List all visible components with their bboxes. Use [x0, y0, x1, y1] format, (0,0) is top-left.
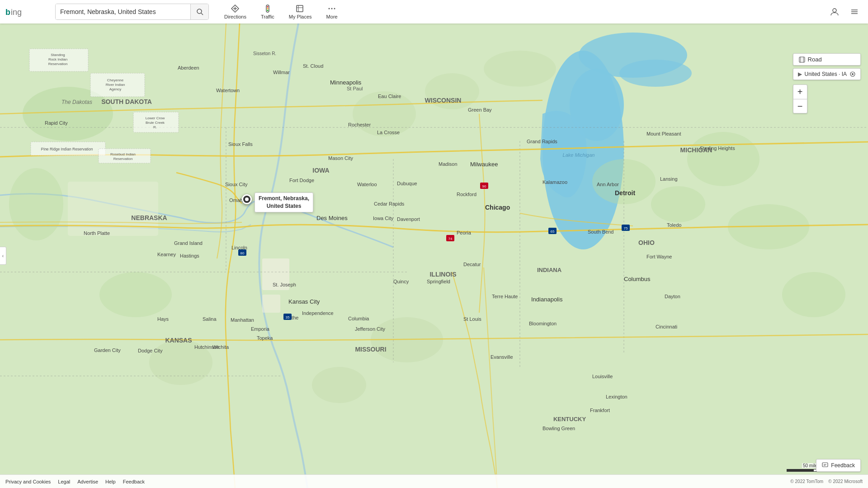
feedback-label: Feedback: [831, 462, 855, 469]
menu-button[interactable]: [846, 4, 863, 20]
svg-text:ILLINOIS: ILLINOIS: [429, 271, 456, 278]
svg-text:Sisseton R.: Sisseton R.: [253, 51, 276, 56]
svg-point-34: [687, 132, 760, 186]
svg-text:Dodge City: Dodge City: [138, 348, 163, 353]
svg-text:Ann Arbor: Ann Arbor: [597, 182, 619, 187]
svg-point-170: [852, 73, 854, 75]
directions-icon: [231, 4, 240, 13]
svg-text:Peoria: Peoria: [457, 230, 472, 235]
traffic-icon: [263, 4, 272, 13]
svg-text:Standing: Standing: [51, 53, 65, 57]
svg-text:Kearney: Kearney: [157, 252, 176, 257]
sidebar-toggle[interactable]: ‹: [0, 247, 6, 265]
feedback-button[interactable]: Feedback: [816, 459, 861, 472]
svg-point-31: [484, 51, 556, 87]
svg-text:Lansing: Lansing: [660, 176, 678, 182]
svg-text:Louisville: Louisville: [592, 374, 613, 379]
nav-label-directions: Directions: [224, 14, 246, 19]
svg-line-3: [201, 13, 203, 15]
svg-text:Bowling Green: Bowling Green: [542, 426, 575, 431]
svg-text:Watertown: Watertown: [216, 88, 240, 93]
search-button[interactable]: [190, 4, 208, 19]
footer-help[interactable]: Help: [105, 479, 116, 484]
svg-text:75: 75: [624, 226, 628, 230]
svg-point-36: [782, 272, 845, 317]
more-icon: [327, 4, 336, 13]
svg-rect-166: [799, 57, 805, 62]
us-layer-label: United States · IA: [805, 71, 847, 77]
svg-text:90: 90: [482, 184, 486, 188]
sidebar-toggle-icon: ‹: [2, 253, 4, 258]
svg-point-38: [312, 367, 366, 403]
header: b ing Directions: [0, 0, 868, 23]
svg-text:Mason City: Mason City: [328, 155, 354, 161]
nav-item-my-places[interactable]: My Places: [283, 2, 318, 21]
user-button[interactable]: [826, 4, 843, 20]
svg-text:Independence: Independence: [302, 310, 334, 316]
svg-rect-11: [297, 5, 303, 12]
nav-item-more[interactable]: More: [320, 2, 344, 21]
footer-advertise[interactable]: Advertise: [77, 479, 98, 484]
svg-text:MISSOURI: MISSOURI: [355, 346, 386, 353]
nav-item-directions[interactable]: Directions: [218, 2, 253, 21]
label-south-dakota: SOUTH DAKOTA: [101, 98, 152, 105]
svg-text:Sterling Heights: Sterling Heights: [700, 145, 735, 151]
svg-text:Manhattan: Manhattan: [231, 317, 254, 323]
svg-text:Aberdeen: Aberdeen: [178, 65, 199, 70]
nav-label-my-places: My Places: [289, 14, 312, 19]
svg-text:Dayton: Dayton: [665, 294, 680, 299]
svg-text:INDIANA: INDIANA: [537, 267, 562, 273]
svg-text:Pine Ridge Indian Reservation: Pine Ridge Indian Reservation: [41, 147, 93, 151]
road-layer-button[interactable]: Road: [793, 53, 861, 66]
zoom-out-button[interactable]: −: [793, 99, 807, 113]
svg-text:OHIO: OHIO: [638, 239, 655, 246]
svg-point-16: [334, 8, 335, 9]
svg-text:Frankfort: Frankfort: [590, 408, 610, 413]
svg-text:Cheyenne: Cheyenne: [107, 78, 124, 82]
map-controls-container: Road ▶ United States · IA + −: [793, 53, 861, 113]
svg-text:Brule Creek: Brule Creek: [146, 121, 165, 125]
location-label-line1: Fremont, Nebraska,: [259, 195, 309, 202]
footer-legal[interactable]: Legal: [58, 479, 70, 484]
svg-text:Garden City: Garden City: [94, 347, 121, 353]
svg-text:Fort Dodge: Fort Dodge: [289, 178, 314, 183]
nav-items: Directions Traffic My Places: [218, 2, 344, 21]
settings-icon: [849, 71, 856, 77]
svg-text:b: b: [5, 8, 10, 17]
search-input[interactable]: [56, 4, 190, 19]
svg-text:Columbia: Columbia: [348, 316, 369, 321]
bing-logo[interactable]: b ing: [5, 5, 46, 19]
hamburger-icon: [850, 7, 859, 16]
svg-rect-40: [68, 182, 158, 236]
svg-text:Grand Rapids: Grand Rapids: [527, 139, 557, 144]
us-layer-button[interactable]: ▶ United States · IA: [793, 68, 861, 80]
svg-text:74: 74: [448, 237, 453, 241]
location-label: Fremont, Nebraska, United States: [255, 192, 313, 212]
svg-text:Iowa City: Iowa City: [373, 216, 394, 221]
svg-text:Waterloo: Waterloo: [357, 182, 377, 187]
svg-text:Kansas City: Kansas City: [288, 298, 320, 305]
svg-text:Cincinnati: Cincinnati: [656, 324, 677, 329]
road-icon: [799, 56, 805, 63]
nav-label-more: More: [326, 14, 338, 19]
feedback-icon: [822, 462, 828, 469]
location-label-line2: United States: [267, 203, 302, 209]
nav-item-traffic[interactable]: Traffic: [255, 2, 281, 21]
svg-text:Kalamazoo: Kalamazoo: [542, 179, 567, 185]
svg-text:Rapid City: Rapid City: [45, 120, 68, 126]
svg-text:Lexington: Lexington: [606, 394, 627, 399]
svg-point-30: [425, 73, 479, 109]
copyright-tomtom: © 2022 TomTom: [790, 479, 823, 484]
svg-text:Evansville: Evansville: [491, 354, 513, 360]
svg-text:Agency: Agency: [109, 87, 122, 91]
svg-point-8: [267, 6, 268, 8]
zoom-in-button[interactable]: +: [793, 84, 807, 99]
svg-text:Rock Indian: Rock Indian: [48, 57, 67, 61]
svg-text:65: 65: [551, 230, 555, 234]
location-pin[interactable]: Fremont, Nebraska, United States: [242, 194, 252, 204]
map-container[interactable]: SOUTH DAKOTA The Dakotas NEBRASKA KANSAS…: [0, 23, 868, 488]
svg-text:Hutchinson: Hutchinson: [194, 344, 219, 350]
footer-feedback[interactable]: Feedback: [123, 479, 145, 484]
svg-text:La Crosse: La Crosse: [377, 130, 400, 135]
footer-privacy[interactable]: Privacy and Cookies: [5, 479, 51, 484]
